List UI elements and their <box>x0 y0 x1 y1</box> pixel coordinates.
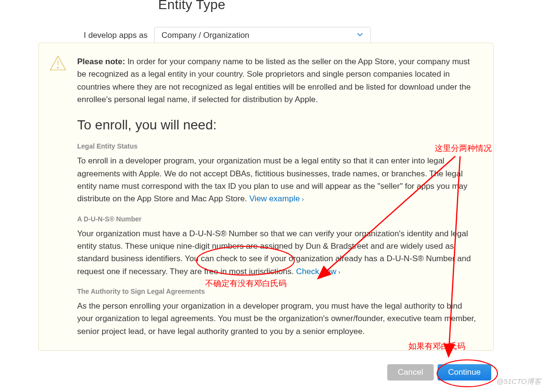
continue-button[interactable]: Continue <box>438 364 491 380</box>
page-title: Entity Type <box>158 0 543 12</box>
section-duns-body: Your organization must have a D-U-N-S® N… <box>77 228 478 278</box>
please-note-text: Please note: In order for your company n… <box>77 56 478 106</box>
check-now-link[interactable]: Check now› <box>296 267 340 276</box>
section-legal-entity-title: Legal Entity Status <box>77 142 478 150</box>
section-duns-title: A D-U-N-S® Number <box>77 215 478 223</box>
warning-icon <box>49 55 67 74</box>
view-example-link[interactable]: View example› <box>249 194 304 203</box>
develop-as-label: I develop apps as <box>0 31 154 40</box>
section-legal-entity-body: To enroll in a developer program, your o… <box>77 155 478 205</box>
chevron-down-icon <box>356 31 364 41</box>
svg-point-2 <box>58 67 58 68</box>
enroll-heading: To enroll, you will need: <box>77 117 478 133</box>
section-authority-body: As the person enrolling your organizatio… <box>77 300 478 338</box>
watermark: @51CTO博客 <box>497 377 541 386</box>
annotation-two-cases: 这里分两种情况 <box>435 143 492 154</box>
entity-type-value: Company / Organization <box>162 31 249 40</box>
cancel-button[interactable]: Cancel <box>387 364 434 380</box>
annotation-unsure-duns: 不确定有没有邓白氏码 <box>205 278 287 289</box>
notice-box: Please note: In order for your company n… <box>38 43 494 351</box>
entity-type-select[interactable]: Company / Organization <box>154 27 371 44</box>
annotation-have-duns: 如果有邓白氏码 <box>408 341 465 352</box>
